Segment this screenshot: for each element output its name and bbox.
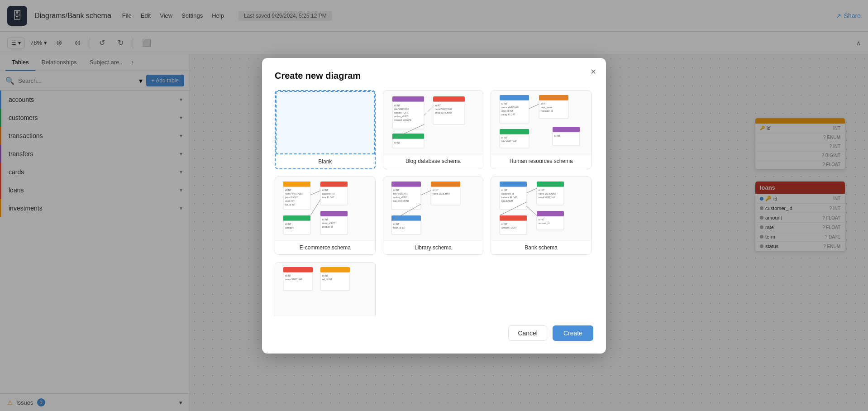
svg-text:id INT: id INT — [433, 189, 439, 191]
svg-rect-12 — [392, 134, 424, 139]
svg-text:content TEXT: content TEXT — [394, 111, 408, 114]
svg-line-73 — [421, 191, 431, 195]
svg-rect-81 — [537, 182, 564, 187]
create-diagram-modal: Create new diagram × Blank id INT title … — [262, 58, 606, 354]
diagram-preview-bank: id INT customer_id balance FLOAT type EN… — [491, 177, 591, 240]
diagram-preview-blog: id INT title VARCHAR content TEXT author… — [383, 91, 483, 154]
svg-text:type ENUM: type ENUM — [501, 200, 513, 202]
svg-text:total FLOAT: total FLOAT — [322, 196, 334, 199]
cancel-button[interactable]: Cancel — [508, 325, 547, 341]
svg-rect-52 — [320, 211, 348, 216]
svg-rect-75 — [500, 182, 527, 187]
diagram-label-blog: Blog database schema — [383, 154, 483, 168]
svg-text:balance FLOAT: balance FLOAT — [501, 196, 517, 199]
svg-text:author_id INT: author_id INT — [394, 115, 408, 118]
diagram-option-blog[interactable]: id INT title VARCHAR content TEXT author… — [383, 90, 484, 169]
svg-text:id INT: id INT — [501, 189, 507, 191]
modal-footer: Cancel Create — [275, 325, 593, 341]
svg-rect-59 — [391, 182, 421, 187]
svg-line-57 — [310, 191, 320, 195]
diagram-option-library[interactable]: id INT title VARCHAR author_id INT isbn … — [383, 177, 484, 255]
svg-text:category: category — [285, 226, 294, 229]
svg-rect-90 — [537, 211, 564, 216]
svg-text:salary FLOAT: salary FLOAT — [501, 113, 515, 116]
svg-text:dept_id INT: dept_id INT — [501, 110, 513, 112]
svg-text:id INT: id INT — [394, 104, 400, 107]
svg-text:price FLOAT: price FLOAT — [285, 196, 298, 199]
svg-text:manager_id: manager_id — [541, 110, 553, 112]
svg-text:amount FLOAT: amount FLOAT — [501, 226, 517, 229]
svg-text:title VARCHAR: title VARCHAR — [501, 140, 517, 143]
svg-line-58 — [310, 200, 320, 215]
svg-text:cat_id INT: cat_id INT — [285, 203, 296, 206]
modal-close-button[interactable]: × — [591, 67, 596, 76]
svg-text:id INT: id INT — [539, 189, 544, 191]
svg-rect-7 — [433, 96, 465, 102]
svg-rect-33 — [553, 127, 580, 132]
diagram-label-hr: Human resources schema — [491, 154, 591, 168]
svg-text:id INT: id INT — [393, 223, 399, 225]
diagram-label-blank: Blank — [276, 154, 375, 168]
diagram-preview-partial: id INT name VARCHAR id INT ref_id INT — [275, 263, 375, 316]
svg-text:title VARCHAR: title VARCHAR — [393, 192, 409, 195]
svg-text:isbn VARCHAR: isbn VARCHAR — [393, 200, 409, 202]
modal-backdrop: Create new diagram × Blank id INT title … — [0, 0, 868, 411]
modal-title: Create new diagram — [275, 71, 593, 81]
diagram-label-ecommerce: E-commerce schema — [275, 240, 375, 254]
svg-text:customer_id: customer_id — [322, 192, 334, 195]
diagram-option-hr[interactable]: id INT name VARCHAR dept_id INT salary F… — [491, 90, 591, 169]
svg-text:id INT: id INT — [322, 189, 328, 191]
svg-text:name VARCHAR: name VARCHAR — [285, 278, 302, 281]
svg-text:id INT: id INT — [501, 136, 507, 139]
diagram-option-ecommerce[interactable]: id INT name VARCHAR price FLOAT stock IN… — [275, 177, 376, 255]
svg-rect-36 — [283, 182, 310, 187]
svg-text:name VARCHAR: name VARCHAR — [501, 106, 519, 109]
svg-text:email VARCHAR: email VARCHAR — [435, 111, 452, 114]
svg-text:email VARCHAR: email VARCHAR — [539, 196, 556, 199]
diagram-preview-blank — [276, 91, 375, 154]
svg-text:account_id: account_id — [539, 222, 549, 225]
svg-rect-28 — [500, 129, 529, 134]
svg-line-94 — [527, 188, 537, 193]
svg-text:id INT: id INT — [501, 102, 507, 105]
create-button[interactable]: Create — [553, 325, 593, 341]
svg-rect-17 — [500, 95, 529, 100]
svg-text:id INT: id INT — [285, 189, 291, 191]
svg-rect-23 — [539, 95, 568, 100]
svg-text:id INT: id INT — [322, 274, 328, 277]
svg-text:id INT: id INT — [322, 218, 328, 221]
svg-text:name VARCHAR: name VARCHAR — [433, 192, 450, 195]
svg-text:customer_id: customer_id — [501, 192, 514, 195]
svg-rect-0 — [392, 96, 424, 102]
svg-rect-48 — [283, 215, 310, 221]
svg-rect-43 — [320, 182, 348, 187]
svg-text:product_id: product_id — [322, 225, 333, 228]
svg-rect-65 — [431, 182, 460, 187]
svg-text:book_id INT: book_id INT — [393, 226, 405, 229]
diagram-option-blank[interactable]: Blank — [275, 90, 376, 169]
svg-text:name VARCHAR: name VARCHAR — [285, 192, 302, 195]
svg-rect-86 — [500, 215, 527, 221]
diagram-option-bank[interactable]: id INT customer_id balance FLOAT type EN… — [491, 177, 591, 255]
svg-text:name VARCHAR: name VARCHAR — [435, 108, 452, 110]
svg-text:id INT: id INT — [539, 218, 544, 221]
diagram-label-bank: Bank schema — [491, 240, 591, 254]
svg-text:id INT: id INT — [393, 189, 399, 191]
svg-line-32 — [529, 104, 539, 109]
svg-text:title VARCHAR: title VARCHAR — [394, 108, 410, 110]
svg-text:id INT: id INT — [394, 141, 400, 144]
svg-text:name VARCHAR: name VARCHAR — [539, 192, 556, 195]
svg-text:created_at DATE: created_at DATE — [394, 119, 412, 121]
svg-text:id INT: id INT — [501, 223, 507, 225]
diagram-label-library: Library schema — [383, 240, 483, 254]
svg-text:id INT: id INT — [541, 102, 547, 105]
svg-line-15 — [424, 106, 433, 115]
diagram-preview-hr: id INT name VARCHAR dept_id INT salary F… — [491, 91, 591, 154]
svg-text:id INT: id INT — [554, 134, 560, 137]
diagram-preview-library: id INT title VARCHAR author_id INT isbn … — [383, 177, 483, 240]
svg-text:id INT: id INT — [285, 274, 291, 277]
svg-text:ref_id INT: ref_id INT — [322, 278, 332, 281]
diagram-preview-ecommerce: id INT name VARCHAR price FLOAT stock IN… — [275, 177, 375, 240]
svg-rect-101 — [320, 267, 350, 272]
diagram-option-partial[interactable]: id INT name VARCHAR id INT ref_id INT — [275, 262, 376, 316]
